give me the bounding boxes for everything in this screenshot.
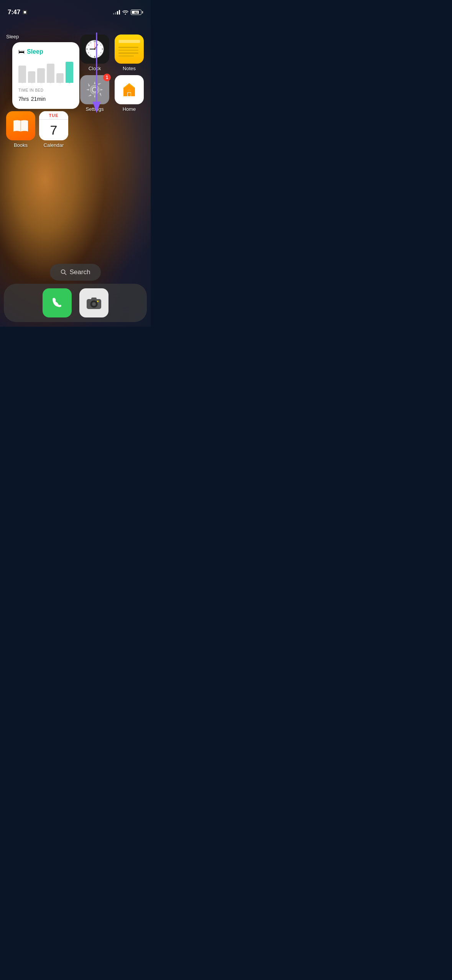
signal-bars: [113, 10, 120, 15]
camera-app-icon: [79, 288, 108, 317]
search-button[interactable]: Search: [50, 264, 101, 281]
app-books[interactable]: Books: [6, 111, 35, 148]
battery-percentage: 82: [135, 11, 138, 14]
app-home[interactable]: Home: [114, 75, 145, 112]
sleep-bar-col-3: [37, 60, 45, 83]
signal-bar-4: [119, 10, 120, 15]
content-area: 🛏 Sleep: [0, 23, 151, 327]
sleep-widget-container: 🛏 Sleep: [6, 31, 19, 39]
sleep-bars-chart: [18, 60, 73, 83]
sleep-bar-col-6: [66, 60, 73, 83]
arrow-annotation: [87, 31, 106, 117]
svg-point-34: [93, 303, 95, 305]
status-right: 82: [113, 10, 143, 15]
books-app-label: Books: [14, 142, 28, 148]
sleep-header: 🛏 Sleep: [18, 48, 73, 55]
home-app-icon: [115, 75, 144, 104]
recording-dot: [24, 11, 26, 13]
sleep-duration: 7hrs 21min: [18, 94, 73, 103]
sleep-hours: 7: [18, 96, 21, 102]
wifi-icon: [122, 10, 128, 15]
signal-bar-3: [117, 11, 118, 15]
search-icon: [61, 269, 67, 275]
sleep-title: Sleep: [27, 48, 43, 55]
calendar-date-number: 7: [50, 123, 58, 138]
svg-line-26: [64, 273, 66, 275]
notes-app-label: Notes: [123, 66, 136, 71]
status-bar: 7:47 82: [0, 0, 151, 19]
battery-tip: [142, 11, 143, 13]
notes-app-icon: [115, 35, 144, 64]
phone-handset-icon: [50, 296, 64, 310]
bottom-apps-row: Books TUE 7 Calendar: [6, 111, 68, 148]
calendar-app-icon: TUE 7: [39, 111, 68, 140]
dock-app-camera[interactable]: [79, 288, 108, 317]
sleep-bed-icon: 🛏: [18, 48, 25, 55]
sleep-bar-col-5: [56, 60, 64, 83]
sleep-bar-col-4: [47, 60, 54, 83]
svg-rect-21: [128, 93, 131, 96]
signal-bar-2: [115, 12, 116, 15]
svg-rect-33: [91, 298, 97, 300]
sleep-bar-col-1: [18, 60, 26, 83]
sleep-min-label: min: [37, 96, 46, 102]
battery-icon: 82: [131, 10, 141, 15]
sleep-time-label: TIME IN BED: [18, 88, 73, 92]
status-time: 7:47: [8, 8, 20, 16]
search-label: Search: [70, 268, 90, 276]
calendar-day-label: TUE: [49, 113, 59, 118]
dock: [4, 284, 147, 322]
sleep-bar-col-2: [28, 60, 36, 83]
arrow-svg: [87, 31, 106, 115]
sleep-hrs-label: hrs: [21, 96, 29, 102]
sleep-minutes: 21: [31, 96, 37, 102]
battery-container: 82: [131, 10, 143, 15]
calendar-app-label: Calendar: [44, 142, 64, 148]
phone-app-icon: [43, 288, 72, 317]
home-house-icon: [120, 81, 138, 99]
svg-point-32: [97, 301, 99, 302]
sleep-widget[interactable]: 🛏 Sleep: [12, 42, 79, 109]
app-calendar[interactable]: TUE 7 Calendar: [39, 111, 68, 148]
dock-app-phone[interactable]: [43, 288, 72, 317]
home-app-label: Home: [123, 106, 136, 112]
camera-body-icon: [86, 296, 102, 310]
recording-indicator: [23, 10, 27, 15]
books-open-icon: [13, 118, 29, 133]
app-notes[interactable]: Notes: [114, 35, 145, 71]
signal-bar-1: [113, 13, 114, 15]
books-app-icon: [6, 111, 35, 140]
sleep-widget-label: Sleep: [6, 34, 19, 39]
notes-app-icon-container: [115, 35, 144, 64]
